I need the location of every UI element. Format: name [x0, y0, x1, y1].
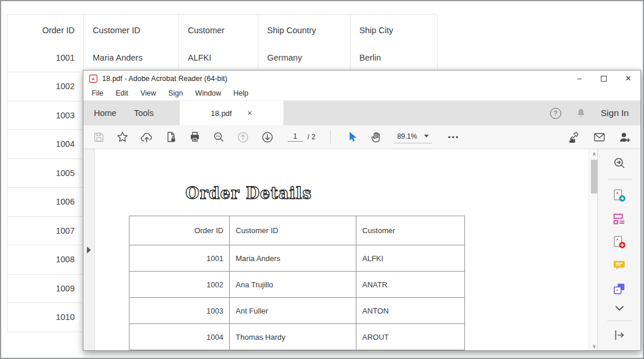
tab-document-label: 18.pdf: [211, 109, 232, 118]
next-page-icon[interactable]: [261, 131, 274, 144]
table-cell: Berlin: [351, 44, 438, 73]
sidebar-divider: [607, 179, 632, 180]
menu-window[interactable]: Window: [195, 89, 221, 97]
create-pdf-icon[interactable]: [611, 235, 628, 249]
tab-home[interactable]: Home: [94, 108, 117, 118]
table-cell: ALFKI: [179, 44, 258, 73]
tabbar-right-controls: ? Sign In: [550, 107, 640, 119]
table-cell: 1006: [8, 188, 84, 217]
menu-bar: File Edit View Sign Window Help: [83, 86, 640, 101]
menu-view[interactable]: View: [141, 89, 156, 97]
table-cell: 1002: [8, 72, 84, 101]
pdf-document-title: Order Details: [186, 184, 312, 202]
window-title: 18.pdf - Adobe Acrobat Reader (64-bit): [102, 75, 567, 83]
toolbar: 1 / 2 89.1% •••: [83, 125, 640, 149]
table-cell: 1001: [130, 245, 230, 272]
maximize-icon: [601, 76, 607, 82]
table-cell: 1005: [8, 159, 84, 188]
email-icon[interactable]: [593, 131, 606, 144]
table-cell: 1009: [8, 274, 84, 304]
close-button[interactable]: ✕: [616, 71, 640, 86]
table-cell: Maria Anders: [84, 44, 179, 73]
toolbar-right: [568, 131, 640, 144]
find-icon[interactable]: [212, 131, 225, 143]
cloud-upload-icon[interactable]: [140, 131, 153, 144]
table-cell: Thomas Hardy: [230, 324, 356, 350]
tools-sidebar: [597, 149, 640, 350]
column-header: Order ID: [130, 216, 230, 245]
expand-pane-icon[interactable]: [611, 327, 628, 343]
hand-tool-icon[interactable]: [369, 131, 383, 144]
title-bar: 18.pdf - Adobe Acrobat Reader (64-bit) –…: [83, 71, 640, 86]
tab-tools[interactable]: Tools: [134, 108, 154, 118]
table-cell: 1004: [8, 130, 84, 159]
document-area: Order Details Order IDCustomer IDCustome…: [83, 149, 640, 350]
pdf-page: Order Details Order IDCustomer IDCustome…: [95, 149, 598, 350]
minimize-button[interactable]: –: [567, 71, 592, 86]
tab-close-icon[interactable]: ✕: [247, 110, 252, 117]
more-tools-icon[interactable]: •••: [448, 133, 460, 142]
left-pane-strip: [83, 149, 95, 350]
acrobat-pdf-icon: [89, 75, 97, 83]
table-cell: 1010: [8, 303, 84, 332]
combine-files-icon[interactable]: [611, 281, 628, 296]
save-icon[interactable]: [93, 131, 105, 143]
scrollbar-thumb[interactable]: [591, 160, 597, 193]
select-tool-icon[interactable]: [345, 131, 358, 143]
share-link-icon[interactable]: [568, 131, 581, 144]
menu-sign[interactable]: Sign: [169, 89, 183, 97]
maximize-button[interactable]: [592, 71, 616, 86]
notifications-bell-icon[interactable]: [575, 107, 587, 119]
table-cell: Ana Trujillo: [230, 272, 356, 298]
table-cell: Germany: [258, 44, 351, 73]
column-header: Order ID: [8, 15, 84, 47]
page-number-input[interactable]: 1: [288, 132, 303, 142]
table-cell: ALFKI: [356, 245, 465, 272]
previous-page-icon[interactable]: [236, 131, 250, 144]
page-number-box: 1 / 2: [288, 132, 316, 142]
pdf-table: Order IDCustomer IDCustomer1001Maria And…: [129, 216, 465, 350]
sign-in-button[interactable]: Sign In: [601, 108, 629, 118]
zoom-control[interactable]: 89.1%: [394, 131, 432, 143]
menu-file[interactable]: File: [92, 89, 103, 97]
table-cell: AROUT: [356, 324, 465, 350]
tab-document[interactable]: 18.pdf ✕: [180, 101, 284, 125]
page-lock-icon[interactable]: [164, 131, 177, 143]
sidebar-bottom: [607, 321, 632, 351]
column-header: Customer: [356, 216, 465, 245]
export-pdf-icon[interactable]: [611, 188, 628, 203]
table-cell: 1003: [8, 101, 84, 131]
edit-pdf-icon[interactable]: [611, 212, 628, 226]
acrobat-window: 18.pdf - Adobe Acrobat Reader (64-bit) –…: [83, 70, 641, 351]
table-cell: 1001: [8, 44, 84, 73]
tab-bar: Home Tools 18.pdf ✕ ? Sign In: [83, 101, 640, 125]
table-cell: Maria Anders: [230, 245, 356, 272]
print-icon[interactable]: [188, 131, 201, 143]
search-tool-icon[interactable]: [611, 156, 628, 170]
table-cell: 1002: [130, 272, 230, 298]
comment-icon[interactable]: [611, 258, 628, 273]
chevron-down-icon[interactable]: [611, 305, 628, 312]
zoom-caret-icon: [424, 135, 429, 138]
table-cell: ANATR: [356, 272, 465, 298]
screenshot-root: Order IDCustomer IDCustomerShip CountryS…: [0, 0, 644, 359]
menu-help[interactable]: Help: [233, 89, 249, 97]
help-icon[interactable]: ?: [550, 108, 561, 119]
menu-edit[interactable]: Edit: [116, 89, 128, 97]
column-header: Customer ID: [230, 216, 356, 245]
star-icon[interactable]: [116, 131, 129, 143]
column-header: Customer ID: [84, 15, 179, 47]
table-cell: 1003: [130, 298, 230, 324]
column-header: Ship Country: [258, 15, 351, 47]
add-person-icon[interactable]: [618, 131, 631, 144]
page-total-label: / 2: [307, 133, 316, 141]
table-cell: Ant Fuller: [230, 298, 356, 324]
zoom-level: 89.1%: [397, 132, 417, 140]
toolbar-separator: [330, 131, 331, 143]
table-cell: 1004: [130, 324, 230, 350]
expand-left-pane-icon[interactable]: [87, 247, 91, 254]
table-cell: 1007: [8, 217, 84, 246]
table-cell: ANTON: [356, 298, 465, 324]
column-header: Ship City: [351, 15, 438, 47]
table-cell: 1008: [8, 245, 84, 274]
